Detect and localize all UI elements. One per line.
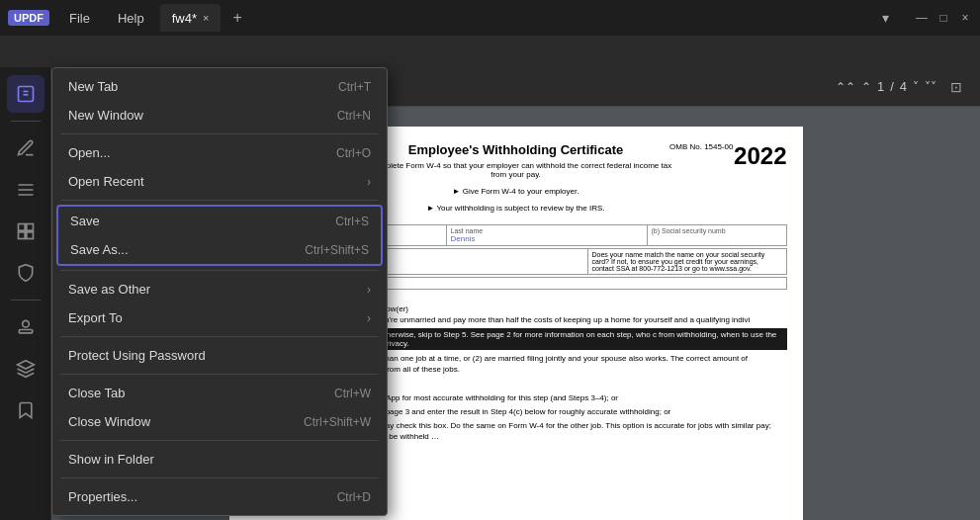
properties-label: Properties... xyxy=(68,489,137,504)
menu-show-in-folder[interactable]: Show in Folder xyxy=(52,445,387,474)
menu-divider-3 xyxy=(60,270,379,271)
open-recent-arrow: › xyxy=(367,175,371,189)
pdf-year: 2022 xyxy=(734,142,786,170)
menu-divider-1 xyxy=(60,133,379,134)
pdf-instruction-1: ► Complete Form W-4 so that your employe… xyxy=(353,161,678,179)
new-window-shortcut: Ctrl+N xyxy=(337,109,371,123)
maximize-button[interactable]: □ xyxy=(936,11,950,25)
save-highlight-box: Save Ctrl+S Save As... Ctrl+Shift+S xyxy=(56,205,383,266)
menu-divider-4 xyxy=(60,336,379,337)
tab-file[interactable]: File xyxy=(57,4,102,32)
pdf-last-name-value: Dennis xyxy=(451,234,643,243)
title-bar-right: ▾ — □ × xyxy=(876,8,972,28)
menu-divider-5 xyxy=(60,374,379,375)
new-window-label: New Window xyxy=(68,108,143,123)
export-to-label: Export To xyxy=(68,310,123,325)
sidebar-icon-protect[interactable] xyxy=(7,254,45,292)
new-tab-label: New Tab xyxy=(68,79,118,94)
open-label: Open... xyxy=(68,145,111,160)
menu-save[interactable]: Save Ctrl+S xyxy=(58,207,381,235)
screen-view-button[interactable]: ⊡ xyxy=(944,77,968,97)
title-bar: UPDF File Help fw4* × + ▾ — □ × xyxy=(0,0,980,36)
properties-shortcut: Ctrl+D xyxy=(337,490,371,504)
file-dropdown-menu: New Tab Ctrl+T New Window Ctrl+N Open...… xyxy=(51,67,388,516)
sidebar-icon-bookmark[interactable] xyxy=(7,391,45,429)
open-shortcut: Ctrl+O xyxy=(336,146,371,160)
total-pages: 4 xyxy=(900,79,907,94)
svg-rect-8 xyxy=(19,330,32,333)
menu-export-to[interactable]: Export To › xyxy=(52,303,387,332)
tab-help[interactable]: Help xyxy=(106,4,156,32)
menu-close-window[interactable]: Close Window Ctrl+Shift+W xyxy=(52,407,387,436)
new-tab-shortcut: Ctrl+T xyxy=(338,80,371,94)
close-tab-shortcut: Ctrl+W xyxy=(334,387,371,400)
page-nav: ⌃⌃ ⌃ 1 / 4 ˅ ˅˅ xyxy=(836,79,936,94)
menu-new-tab[interactable]: New Tab Ctrl+T xyxy=(52,72,387,101)
sidebar-icon-organize[interactable] xyxy=(7,213,45,250)
menu-close-tab[interactable]: Close Tab Ctrl+W xyxy=(52,379,387,407)
save-shortcut: Ctrl+S xyxy=(335,215,369,228)
menu-new-window[interactable]: New Window Ctrl+N xyxy=(52,101,387,130)
svg-rect-3 xyxy=(18,224,25,231)
tab-document-label: fw4* xyxy=(172,11,197,26)
current-page: 1 xyxy=(877,79,884,94)
page-separator: / xyxy=(890,79,894,94)
sidebar-icon-layers[interactable] xyxy=(7,350,45,388)
protect-password-label: Protect Using Password xyxy=(68,348,206,363)
save-other-arrow: › xyxy=(367,283,371,297)
sidebar-icon-stamp[interactable] xyxy=(7,308,45,346)
save-other-label: Save as Other xyxy=(68,282,150,297)
save-as-label: Save As... xyxy=(70,242,129,257)
show-in-folder-label: Show in Folder xyxy=(68,452,154,467)
minimize-button[interactable]: — xyxy=(915,11,929,25)
sidebar-divider-2 xyxy=(11,300,41,301)
menu-protect-password[interactable]: Protect Using Password xyxy=(52,341,387,370)
export-to-arrow: › xyxy=(367,311,371,325)
app-logo: UPDF xyxy=(8,10,49,26)
open-recent-label: Open Recent xyxy=(68,174,144,189)
left-sidebar xyxy=(0,67,51,520)
pdf-does-name-match: Does your name match the name on your so… xyxy=(588,249,786,274)
svg-rect-5 xyxy=(18,232,25,239)
menu-open[interactable]: Open... Ctrl+O xyxy=(52,138,387,167)
close-window-label: Close Window xyxy=(68,414,150,429)
close-button[interactable]: × xyxy=(958,11,972,25)
dropdown-arrow[interactable]: ▾ xyxy=(876,8,895,28)
menu-open-recent[interactable]: Open Recent › xyxy=(52,167,387,196)
pdf-last-name-field: Last name Dennis xyxy=(447,225,648,245)
menu-divider-7 xyxy=(60,477,379,478)
nav-top-icon[interactable]: ⌃⌃ xyxy=(836,80,855,94)
pdf-instruction-3: ► Your withholding is subject to review … xyxy=(353,204,678,213)
svg-marker-9 xyxy=(17,361,34,369)
pdf-omb: OMB No. 1545-00 xyxy=(669,142,733,151)
pdf-instruction-2: ► Give Form W-4 to your employer. xyxy=(353,187,678,196)
menu-divider-6 xyxy=(60,440,379,441)
svg-rect-4 xyxy=(26,224,33,231)
nav-up-icon[interactable]: ⌃ xyxy=(861,80,871,94)
window-controls: — □ × xyxy=(915,11,972,25)
svg-rect-6 xyxy=(26,232,33,239)
tab-close-button[interactable]: × xyxy=(203,12,209,24)
menu-save-as[interactable]: Save As... Ctrl+Shift+S xyxy=(58,235,381,264)
tab-document[interactable]: fw4* × xyxy=(160,4,222,32)
nav-down-icon[interactable]: ˅ xyxy=(913,80,919,94)
sidebar-icon-edit[interactable] xyxy=(7,75,45,113)
close-tab-label: Close Tab xyxy=(68,386,126,400)
close-window-shortcut: Ctrl+Shift+W xyxy=(304,415,371,429)
pdf-ssn-field: (b) Social security numb xyxy=(648,225,786,245)
menu-properties[interactable]: Properties... Ctrl+D xyxy=(52,482,387,511)
svg-point-7 xyxy=(22,320,29,327)
save-label: Save xyxy=(70,214,100,228)
nav-bottom-icon[interactable]: ˅˅ xyxy=(925,80,936,94)
pdf-title: Employee's Withholding Certificate xyxy=(353,142,678,157)
sidebar-icon-fill[interactable] xyxy=(7,171,45,209)
menu-save-other[interactable]: Save as Other › xyxy=(52,275,387,303)
tab-add-button[interactable]: + xyxy=(224,9,249,27)
toolbar-right: ⌃⌃ ⌃ 1 / 4 ˅ ˅˅ ⊡ xyxy=(836,77,968,97)
menu-divider-2 xyxy=(60,200,379,201)
sidebar-icon-annotate[interactable] xyxy=(7,130,45,167)
save-as-shortcut: Ctrl+Shift+S xyxy=(305,243,369,257)
sidebar-divider-1 xyxy=(11,121,41,122)
